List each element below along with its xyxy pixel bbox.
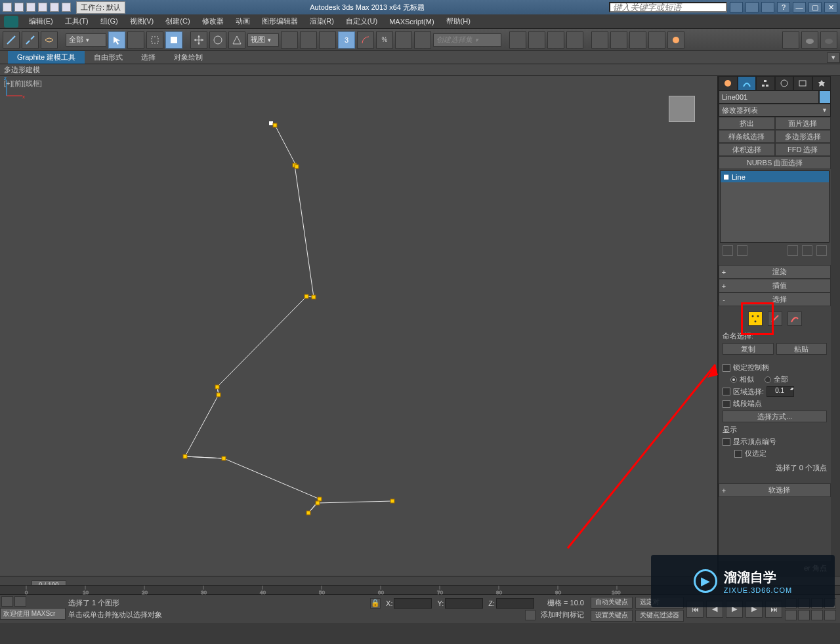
ribbon-tab-freeform[interactable]: 自由形式 — [85, 51, 132, 64]
menu-edit[interactable]: 编辑(E) — [24, 15, 58, 28]
app-menu-icon[interactable] — [4, 16, 18, 28]
stack-item-line[interactable]: ◼ Line — [721, 171, 829, 182]
curve-editor-icon[interactable] — [566, 31, 583, 49]
modify-tab-icon[interactable] — [738, 76, 757, 91]
snap-toggle-icon[interactable]: 3 — [338, 31, 355, 49]
maxscript-mini-listener[interactable]: 欢迎使用 MAXScr — [0, 608, 66, 620]
coord-x-input[interactable] — [394, 598, 432, 609]
create-tab-icon[interactable] — [719, 76, 738, 91]
rollout-select[interactable]: -选择 — [719, 292, 831, 306]
teapot-render-icon[interactable] — [801, 31, 818, 49]
edit-named-sel-icon[interactable] — [414, 31, 431, 49]
menu-graph[interactable]: 图形编辑器 — [257, 15, 303, 28]
only-selected-check[interactable] — [734, 450, 742, 458]
motion-tab-icon[interactable] — [775, 76, 794, 91]
area-select-check[interactable] — [723, 388, 730, 395]
select-object-icon[interactable] — [108, 31, 125, 49]
ribbon-minimize-icon[interactable]: ▾ — [827, 52, 840, 63]
window-crossing-icon[interactable] — [165, 31, 182, 49]
lock-handles-check[interactable] — [723, 364, 730, 372]
minimize-button[interactable]: — — [793, 2, 806, 12]
configure-sets-icon[interactable] — [816, 245, 827, 256]
use-pivot-icon[interactable] — [281, 31, 298, 49]
ref-coord-system[interactable]: 视图 — [247, 33, 279, 47]
make-unique-icon[interactable] — [788, 245, 798, 256]
viewport-nav-icon5[interactable] — [785, 610, 797, 620]
similar-radio[interactable] — [730, 376, 737, 383]
redo-icon[interactable] — [50, 3, 59, 12]
spinner-snap-icon[interactable] — [395, 31, 412, 49]
ribbon-tab-objpaint[interactable]: 对象绘制 — [165, 51, 212, 64]
workspace-selector[interactable]: 工作台: 默认 — [76, 1, 125, 14]
modifier-stack[interactable]: ◼ Line — [720, 171, 830, 243]
star-icon[interactable] — [746, 2, 759, 12]
rotate-icon[interactable] — [209, 31, 226, 49]
render-setup-icon[interactable] — [629, 31, 646, 49]
object-color-swatch[interactable] — [819, 91, 831, 104]
utilities-tab-icon[interactable] — [812, 76, 831, 91]
btn-face-select[interactable]: 面片选择 — [775, 117, 831, 130]
prompt-icon[interactable] — [14, 596, 26, 607]
ribbon-tab-graphite[interactable]: Graphite 建模工具 — [8, 51, 85, 64]
schematic-view-icon[interactable] — [591, 31, 608, 49]
pin-stack-icon[interactable] — [723, 245, 733, 256]
teapot-active-icon[interactable] — [820, 31, 837, 49]
menu-views[interactable]: 视图(V) — [125, 15, 159, 28]
expand-icon[interactable]: ◼ — [723, 172, 729, 181]
lock-selection-icon[interactable]: 🔒 — [370, 598, 381, 609]
btn-extrude[interactable]: 挤出 — [719, 117, 775, 130]
ribbon-polymodel-label[interactable]: 多边形建模 — [4, 65, 40, 75]
select-by-button[interactable]: 选择方式... — [723, 411, 827, 422]
show-vtx-num-check[interactable] — [723, 438, 730, 446]
help-search-input[interactable] — [609, 2, 727, 12]
menu-customize[interactable]: 自定义(U) — [341, 15, 383, 28]
unlink-icon[interactable] — [22, 31, 39, 49]
ribbon-tab-selection[interactable]: 选择 — [132, 51, 165, 64]
btn-spline-select[interactable]: 样条线选择 — [719, 130, 775, 143]
area-select-spinner[interactable]: 0.1 — [766, 386, 794, 397]
open-icon[interactable] — [14, 3, 24, 12]
percent-snap-icon[interactable]: % — [376, 31, 393, 49]
menu-tools[interactable]: 工具(T) — [60, 15, 94, 28]
coord-y-input[interactable] — [445, 598, 483, 609]
select-region-rect-icon[interactable] — [146, 31, 163, 49]
render-frame-icon[interactable] — [648, 31, 665, 49]
undo-icon[interactable] — [38, 3, 47, 12]
move-icon[interactable] — [190, 31, 207, 49]
rollout-softsel[interactable]: +软选择 — [719, 483, 831, 497]
bind-space-warp-icon[interactable] — [41, 31, 58, 49]
named-selection-set[interactable]: 创建选择集 — [433, 33, 501, 47]
menu-maxscript[interactable]: MAXScript(M) — [384, 16, 439, 27]
btn-volume-select[interactable]: 体积选择 — [719, 143, 775, 156]
selection-filter[interactable]: 全部 — [66, 33, 106, 47]
rollout-render[interactable]: +渲染 — [719, 265, 831, 279]
infocenter-icon[interactable] — [730, 2, 743, 12]
align-icon[interactable] — [528, 31, 545, 49]
viewport-nav-icon6[interactable] — [798, 610, 810, 620]
coord-z-input[interactable] — [496, 598, 534, 609]
copy-button[interactable]: 复制 — [723, 343, 774, 355]
rollout-interp[interactable]: +插值 — [719, 279, 831, 292]
save-icon[interactable] — [26, 3, 35, 12]
viewport[interactable]: [+][前][线框] — [0, 76, 718, 576]
menu-help[interactable]: 帮助(H) — [441, 15, 476, 28]
viewport-nav-icon7[interactable] — [811, 610, 823, 620]
keyboard-shortcut-icon[interactable] — [319, 31, 336, 49]
hierarchy-tab-icon[interactable] — [756, 76, 775, 91]
render-prod-icon[interactable] — [782, 31, 799, 49]
time-tag-icon[interactable] — [525, 610, 536, 620]
display-tab-icon[interactable] — [793, 76, 812, 91]
menu-create[interactable]: 创建(C) — [160, 15, 195, 28]
btn-nurbs-select[interactable]: NURBS 曲面选择 — [719, 156, 831, 169]
btn-poly-select[interactable]: 多边形选择 — [775, 130, 831, 143]
menu-animation[interactable]: 动画 — [230, 15, 255, 28]
spline-subobj-icon[interactable] — [788, 312, 802, 326]
menu-group[interactable]: 组(G) — [95, 15, 123, 28]
render-icon[interactable] — [667, 31, 684, 49]
link-icon[interactable] — [62, 3, 71, 12]
modifier-list-dropdown[interactable]: 修改器列表 — [719, 104, 831, 117]
select-by-name-icon[interactable] — [127, 31, 144, 49]
new-icon[interactable] — [3, 3, 12, 12]
menu-render[interactable]: 渲染(R) — [304, 15, 339, 28]
select-manipulate-icon[interactable] — [300, 31, 317, 49]
